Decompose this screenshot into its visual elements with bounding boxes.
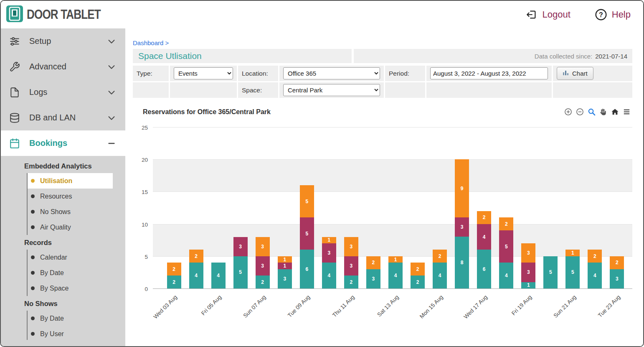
bar-segment-value: 2 bbox=[261, 280, 264, 285]
bar-tue-23-aug[interactable]: 32 bbox=[610, 256, 624, 288]
bar-segment[interactable]: 2 bbox=[366, 256, 380, 269]
help-button[interactable]: ? Help bbox=[595, 8, 631, 21]
bar-fri-05-aug[interactable]: 4 bbox=[211, 263, 226, 288]
bar-segment[interactable]: 4 bbox=[189, 263, 203, 288]
bar-segment[interactable]: 3 bbox=[278, 269, 292, 288]
bar-segment[interactable]: 5 bbox=[300, 217, 314, 250]
bar-segment[interactable]: 3 bbox=[610, 269, 624, 288]
bar-segment[interactable]: 2 bbox=[189, 250, 203, 263]
bar-segment[interactable]: 2 bbox=[411, 276, 425, 288]
submenu-item-air-quality[interactable]: Air Quality bbox=[28, 219, 113, 235]
bar-segment[interactable]: 6 bbox=[300, 250, 314, 288]
bar-mon-08-aug[interactable]: 311 bbox=[278, 256, 292, 288]
sidebar-item-setup[interactable]: Setup bbox=[1, 28, 125, 54]
bar-segment[interactable]: 4 bbox=[322, 263, 336, 288]
bar-segment[interactable]: 5 bbox=[300, 185, 314, 217]
bar-segment[interactable]: 5 bbox=[565, 256, 580, 288]
submenu-item-by-date[interactable]: By Date bbox=[28, 265, 113, 281]
bar-thu-11-aug[interactable]: 233 bbox=[344, 237, 358, 289]
bar-segment[interactable]: 1 bbox=[278, 263, 292, 269]
breadcrumb-dashboard-link[interactable]: Dashboard bbox=[133, 39, 163, 46]
bar-tue-16-aug[interactable]: 839 bbox=[455, 159, 469, 288]
bar-segment[interactable]: 3 bbox=[256, 237, 270, 256]
bar-segment[interactable]: 3 bbox=[344, 256, 358, 276]
zoom-in-icon[interactable] bbox=[564, 108, 572, 116]
submenu-item-no-shows[interactable]: No Shows bbox=[28, 204, 113, 219]
bar-segment[interactable]: 1 bbox=[565, 250, 580, 256]
bar-segment[interactable]: 3 bbox=[233, 237, 248, 256]
bar-segment[interactable]: 3 bbox=[256, 256, 270, 276]
submenu-item-by-space[interactable]: By Space bbox=[28, 281, 113, 296]
bar-sat-06-aug[interactable]: 53 bbox=[233, 237, 248, 289]
sidebar-item-advanced[interactable]: Advanced bbox=[1, 54, 125, 79]
submenu-item-calendar[interactable]: Calendar bbox=[28, 250, 113, 265]
bar-segment[interactable]: 1 bbox=[388, 256, 403, 263]
bar-segment[interactable]: 6 bbox=[477, 250, 491, 288]
zoom-select-icon[interactable] bbox=[588, 108, 596, 116]
bar-sat-13-aug[interactable]: 41 bbox=[388, 256, 403, 288]
bar-sat-20-aug[interactable]: 5 bbox=[543, 256, 558, 288]
bar-segment[interactable]: 2 bbox=[256, 276, 270, 288]
bar-segment[interactable]: 5 bbox=[499, 230, 513, 263]
zoom-out-icon[interactable] bbox=[576, 108, 584, 116]
bar-tue-09-aug[interactable]: 655 bbox=[300, 185, 314, 288]
bar-segment[interactable]: 4 bbox=[433, 263, 447, 288]
bar-sun-14-aug[interactable]: 22 bbox=[411, 263, 425, 288]
home-icon[interactable] bbox=[611, 108, 619, 116]
bar-thu-18-aug[interactable]: 452 bbox=[499, 217, 513, 288]
submenu-item-by-date[interactable]: By Date bbox=[28, 311, 113, 326]
bar-mon-15-aug[interactable]: 42 bbox=[433, 250, 447, 288]
bar-segment[interactable]: 2 bbox=[167, 276, 181, 288]
bar-segment[interactable]: 4 bbox=[477, 224, 491, 250]
bar-fri-12-aug[interactable]: 32 bbox=[366, 256, 380, 288]
bar-segment[interactable]: 1 bbox=[278, 256, 292, 263]
bar-segment[interactable]: 3 bbox=[366, 269, 380, 288]
sidebar-item-db-and-lan[interactable]: DB and LAN bbox=[1, 105, 125, 130]
bar-fri-19-aug[interactable]: 133 bbox=[521, 243, 535, 288]
bar-segment[interactable]: 2 bbox=[477, 211, 491, 224]
bar-wed-03-aug[interactable]: 22 bbox=[167, 263, 181, 288]
bar-segment[interactable]: 1 bbox=[322, 237, 336, 243]
sidebar-item-logs[interactable]: Logs bbox=[1, 79, 125, 105]
bar-segment[interactable]: 2 bbox=[433, 250, 447, 263]
logout-button[interactable]: Logout bbox=[526, 9, 570, 20]
bar-segment[interactable]: 2 bbox=[588, 250, 602, 263]
bar-sun-07-aug[interactable]: 233 bbox=[256, 237, 270, 289]
bar-thu-04-aug[interactable]: 42 bbox=[189, 250, 203, 288]
bar-segment[interactable]: 5 bbox=[233, 256, 248, 288]
bar-segment[interactable]: 4 bbox=[388, 263, 403, 288]
chart-button[interactable]: Chart bbox=[557, 67, 593, 80]
sidebar-item-bookings[interactable]: Bookings bbox=[1, 130, 125, 156]
bar-segment[interactable]: 9 bbox=[455, 159, 469, 217]
bar-segment[interactable]: 3 bbox=[521, 243, 535, 263]
bar-sun-21-aug[interactable]: 51 bbox=[565, 250, 580, 288]
bar-mon-22-aug[interactable]: 42 bbox=[588, 250, 602, 288]
bar-segment[interactable]: 4 bbox=[499, 263, 513, 288]
bar-wed-10-aug[interactable]: 431 bbox=[322, 237, 336, 289]
submenu-item-resources[interactable]: Resources bbox=[28, 189, 113, 204]
bar-segment[interactable]: 3 bbox=[344, 237, 358, 256]
bar-segment[interactable]: 2 bbox=[411, 263, 425, 276]
bar-segment[interactable]: 3 bbox=[455, 217, 469, 237]
period-input[interactable] bbox=[430, 67, 548, 79]
menu-icon[interactable] bbox=[623, 108, 631, 116]
bar-segment[interactable]: 1 bbox=[521, 282, 535, 288]
type-select[interactable]: Events bbox=[174, 67, 233, 79]
submenu-item-by-user[interactable]: By User bbox=[28, 326, 113, 342]
bar-segment[interactable]: 4 bbox=[211, 263, 226, 288]
space-select[interactable]: Central Park bbox=[283, 84, 380, 96]
location-select[interactable]: Office 365 bbox=[283, 67, 380, 79]
pan-hand-icon[interactable] bbox=[599, 108, 607, 116]
bar-segment[interactable]: 8 bbox=[455, 237, 469, 288]
bar-segment[interactable]: 2 bbox=[499, 217, 513, 230]
bar-segment[interactable]: 2 bbox=[610, 256, 624, 269]
bar-segment[interactable]: 5 bbox=[543, 256, 558, 288]
submenu-item-utilisation[interactable]: Utilisation bbox=[28, 173, 113, 189]
bar-segment[interactable]: 3 bbox=[521, 263, 535, 282]
submenu-section-title: Records bbox=[1, 235, 125, 250]
bar-wed-17-aug[interactable]: 642 bbox=[477, 211, 491, 288]
bar-segment[interactable]: 2 bbox=[167, 263, 181, 276]
bar-segment[interactable]: 2 bbox=[344, 276, 358, 288]
bar-segment[interactable]: 4 bbox=[588, 263, 602, 288]
bar-segment[interactable]: 3 bbox=[322, 243, 336, 263]
